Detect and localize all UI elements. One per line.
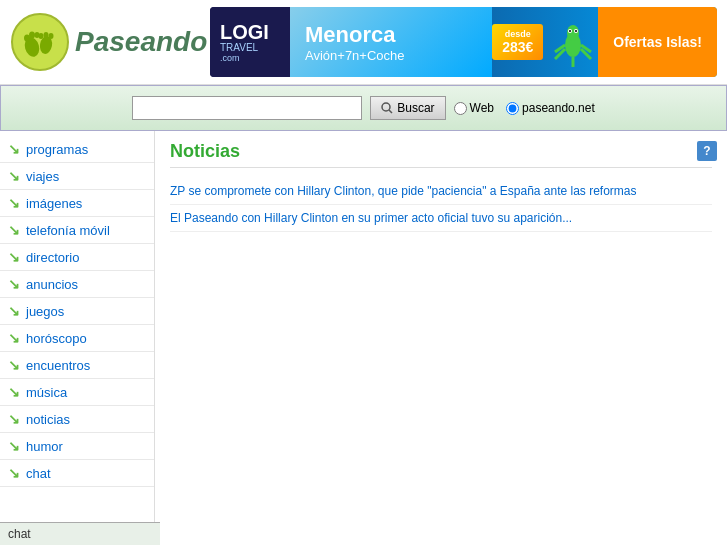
sidebar-item-anuncios[interactable]: ↘ anuncios [0,271,154,298]
svg-point-6 [39,33,44,39]
logo-icon [10,12,70,72]
sidebar-item-label: horóscopo [26,331,87,346]
search-input[interactable] [132,96,362,120]
banner-destination: Menorca [305,22,477,48]
news-item-1[interactable]: El Paseando con Hillary Clinton en su pr… [170,205,712,232]
banner-ad[interactable]: LOGI TRAVEL .com Menorca Avión+7n+Coche … [210,7,717,77]
svg-line-21 [389,110,392,113]
arrow-icon: ↘ [8,168,20,184]
sidebar-item-chat[interactable]: ↘ chat [0,460,154,487]
radio-web-label: Web [470,101,494,115]
sidebar-item-directorio[interactable]: ↘ directorio [0,244,154,271]
chat-bar[interactable]: chat [0,522,160,545]
arrow-icon: ↘ [8,303,20,319]
sidebar-item-musica[interactable]: ↘ música [0,379,154,406]
sidebar-item-juegos[interactable]: ↘ juegos [0,298,154,325]
search-options: Web paseando.net [454,101,595,115]
logo-area: Paseando [10,12,210,72]
svg-point-8 [49,33,54,39]
arrow-icon: ↘ [8,357,20,373]
sidebar-item-humor[interactable]: ↘ humor [0,433,154,460]
svg-point-4 [29,32,35,39]
sidebar-item-label: imágenes [26,196,82,211]
banner-logi-text: LOGI [220,22,280,42]
sidebar-item-label: anuncios [26,277,78,292]
logo-text: Paseando [75,26,207,58]
svg-point-13 [569,30,571,32]
chat-bar-label: chat [8,527,31,541]
sidebar-item-label: juegos [26,304,64,319]
arrow-icon: ↘ [8,195,20,211]
radio-paseando-label: paseando.net [522,101,595,115]
svg-point-0 [12,14,68,70]
news-item-0[interactable]: ZP se compromete con Hillary Clinton, qu… [170,178,712,205]
sidebar-item-programas[interactable]: ↘ programas [0,136,154,163]
arrow-icon: ↘ [8,465,20,481]
banner-offer: Avión+7n+Coche [305,48,477,63]
main-layout: ↘ programas ↘ viajes ↘ imágenes ↘ telefo… [0,131,727,531]
radio-paseando-option[interactable]: paseando.net [506,101,595,115]
banner-logi: LOGI TRAVEL .com [210,7,290,77]
news-item-text: El Paseando con Hillary Clinton en su pr… [170,211,572,225]
arrow-icon: ↘ [8,411,20,427]
sidebar-item-label: chat [26,466,51,481]
arrow-icon: ↘ [8,249,20,265]
radio-web[interactable] [454,102,467,115]
sidebar-item-label: encuentros [26,358,90,373]
content-area: ? Noticias ZP se compromete con Hillary … [155,131,727,531]
sidebar-item-telefonia[interactable]: ↘ telefonía móvil [0,217,154,244]
svg-point-7 [44,32,49,38]
banner-right: Ofertas Islas! [598,7,717,77]
header: Paseando LOGI TRAVEL .com Menorca Avión+… [0,0,727,85]
search-button[interactable]: Buscar [370,96,445,120]
svg-point-14 [575,30,577,32]
sidebar-item-label: noticias [26,412,70,427]
banner-travel-text: TRAVEL [220,42,280,53]
question-icon[interactable]: ? [697,141,717,161]
svg-point-20 [382,103,390,111]
search-bar: Buscar Web paseando.net [0,85,727,131]
banner-desde-label: desde [502,29,533,39]
banner-price-value: 283€ [502,39,533,55]
search-button-label: Buscar [397,101,434,115]
radio-paseando[interactable] [506,102,519,115]
arrow-icon: ↘ [8,438,20,454]
arrow-icon: ↘ [8,384,20,400]
sidebar-item-label: humor [26,439,63,454]
sidebar-item-noticias[interactable]: ↘ noticias [0,406,154,433]
arrow-icon: ↘ [8,276,20,292]
banner-middle: Menorca Avión+7n+Coche [290,7,492,77]
banner-price: desde 283€ [492,24,543,60]
banner-lizard-icon [553,17,593,67]
radio-web-option[interactable]: Web [454,101,494,115]
sidebar-item-label: directorio [26,250,79,265]
arrow-icon: ↘ [8,141,20,157]
sidebar-item-label: programas [26,142,88,157]
svg-point-10 [567,25,579,41]
arrow-icon: ↘ [8,222,20,238]
noticias-section-title: Noticias [170,141,712,168]
sidebar: ↘ programas ↘ viajes ↘ imágenes ↘ telefo… [0,131,155,531]
sidebar-item-label: telefonía móvil [26,223,110,238]
banner-right-text: Ofertas Islas! [613,34,702,50]
sidebar-item-horoscopo[interactable]: ↘ horóscopo [0,325,154,352]
sidebar-item-label: viajes [26,169,59,184]
search-icon [381,102,393,114]
banner-dotcom-text: .com [220,53,280,63]
sidebar-item-label: música [26,385,67,400]
sidebar-item-encuentros[interactable]: ↘ encuentros [0,352,154,379]
arrow-icon: ↘ [8,330,20,346]
news-item-text: ZP se compromete con Hillary Clinton, qu… [170,184,637,198]
sidebar-item-imagenes[interactable]: ↘ imágenes [0,190,154,217]
sidebar-item-viajes[interactable]: ↘ viajes [0,163,154,190]
